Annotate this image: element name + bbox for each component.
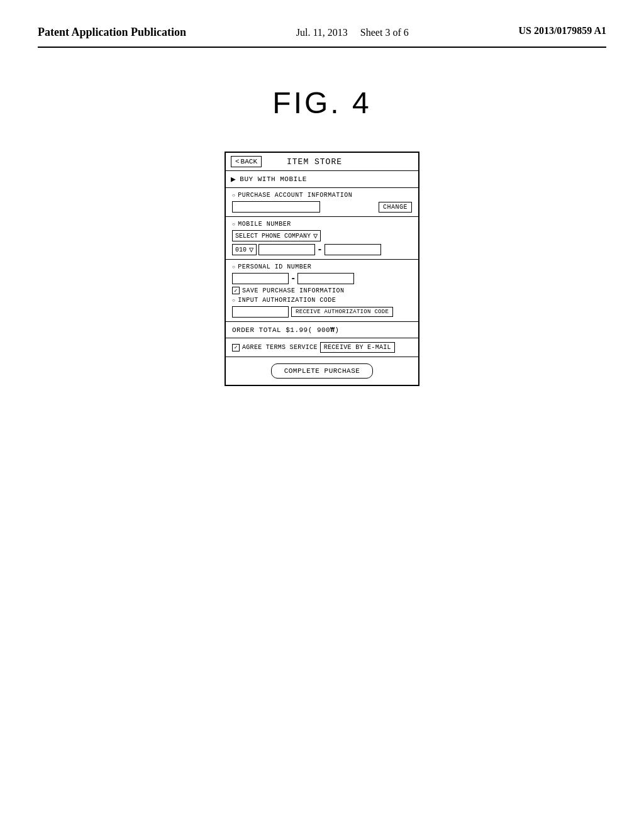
back-button[interactable]: BACK <box>231 156 262 167</box>
receive-email-button[interactable]: RECEIVE BY E-MAIL <box>320 342 395 353</box>
publication-date: Jul. 11, 2013 <box>296 27 348 38</box>
agree-terms-checkbox[interactable]: ✓ <box>232 344 240 351</box>
pid-input-row: - <box>232 273 412 284</box>
publication-label: Patent Application Publication <box>38 25 186 40</box>
area-dropdown-icon: ▽ <box>249 245 253 255</box>
terms-row: ✓ AGREE TERMS SERVICE RECEIVE BY E-MAIL <box>226 338 418 357</box>
save-purchase-row: ✓ SAVE PURCHASE INFORMATION <box>232 287 412 294</box>
page-header: Patent Application Publication Jul. 11, … <box>38 25 606 48</box>
bullet-icon-4: ○ <box>232 297 235 303</box>
auth-code-input[interactable] <box>232 306 289 318</box>
personal-id-section: ○ PERSONAL ID NUMBER - ✓ SAVE PURCHASE I… <box>226 260 418 322</box>
buy-with-mobile-row: ▶ BUY WITH MOBILE <box>226 171 418 188</box>
change-button[interactable]: CHANGE <box>379 202 412 213</box>
sheet-info: Sheet 3 of 6 <box>360 27 409 38</box>
personal-id-label: PERSONAL ID NUMBER <box>238 263 311 270</box>
phone-last-input[interactable] <box>325 244 381 255</box>
phone-separator: - <box>317 245 322 255</box>
mobile-number-label: MOBILE NUMBER <box>238 221 291 228</box>
mockup-container: BACK ITEM STORE ▶ BUY WITH MOBILE ○ PURC… <box>38 152 606 386</box>
personal-id-label-row: ○ PERSONAL ID NUMBER <box>232 263 412 270</box>
purchase-account-section: ○ PURCHASE ACCOUNT INFORMATION CHANGE <box>226 188 418 217</box>
phone-ui: BACK ITEM STORE ▶ BUY WITH MOBILE ○ PURC… <box>225 152 419 386</box>
save-purchase-label: SAVE PURCHASE INFORMATION <box>242 287 345 294</box>
store-title: ITEM STORE <box>287 157 342 167</box>
bullet-icon-2: ○ <box>232 221 235 227</box>
purchase-account-label-row: ○ PURCHASE ACCOUNT INFORMATION <box>232 192 412 199</box>
select-phone-company-row: SELECT PHONE COMPANY ▽ <box>232 230 412 241</box>
pid-separator: - <box>291 274 296 284</box>
phone-number-row: 010 ▽ - <box>232 244 412 255</box>
area-code-text: 010 <box>235 246 247 253</box>
auth-code-label: INPUT AUTHORIZATION CODE <box>238 297 336 304</box>
account-input-row: CHANGE <box>232 201 412 213</box>
order-total: ORDER TOTAL $1.99( 900₩) <box>226 322 418 338</box>
header-center: Jul. 11, 2013 Sheet 3 of 6 <box>296 25 409 40</box>
save-purchase-checkbox[interactable]: ✓ <box>232 287 240 294</box>
page: Patent Application Publication Jul. 11, … <box>0 0 644 830</box>
auth-code-label-row: ○ INPUT AUTHORIZATION CODE <box>232 297 412 304</box>
agree-terms-label: AGREE TERMS SERVICE <box>242 344 318 351</box>
dropdown-icon: ▽ <box>313 231 318 241</box>
expand-arrow-icon: ▶ <box>231 174 236 184</box>
ui-header: BACK ITEM STORE <box>226 153 418 171</box>
select-phone-company[interactable]: SELECT PHONE COMPANY ▽ <box>232 230 321 241</box>
area-code-select[interactable]: 010 ▽ <box>232 244 257 255</box>
pid-second-input[interactable] <box>297 273 354 284</box>
mobile-number-section: ○ MOBILE NUMBER SELECT PHONE COMPANY ▽ 0… <box>226 217 418 260</box>
patent-number: US 2013/0179859 A1 <box>518 25 606 36</box>
bullet-icon: ○ <box>232 192 235 198</box>
bullet-icon-3: ○ <box>232 264 235 270</box>
mobile-number-label-row: ○ MOBILE NUMBER <box>232 221 412 228</box>
pid-first-input[interactable] <box>232 273 289 284</box>
receive-auth-button[interactable]: RECEIVE AUTHORIZATION CODE <box>291 307 393 317</box>
select-phone-text: SELECT PHONE COMPANY <box>235 233 311 240</box>
figure-title: FIG. 4 <box>38 86 606 120</box>
complete-purchase-row: COMPLETE PURCHASE <box>226 357 418 385</box>
account-input[interactable] <box>232 201 320 213</box>
auth-input-row: RECEIVE AUTHORIZATION CODE <box>232 306 412 318</box>
phone-middle-input[interactable] <box>258 244 315 255</box>
purchase-account-label: PURCHASE ACCOUNT INFORMATION <box>238 192 352 199</box>
complete-purchase-button[interactable]: COMPLETE PURCHASE <box>271 363 374 379</box>
buy-mobile-label: BUY WITH MOBILE <box>240 175 307 183</box>
